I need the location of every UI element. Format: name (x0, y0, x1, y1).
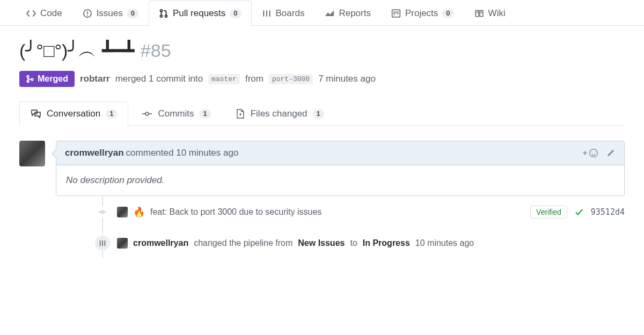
reports-icon (325, 9, 334, 18)
pr-tab-files-count: 1 (313, 109, 324, 119)
pipeline-text-1: changed the pipeline from (194, 238, 292, 248)
svg-point-27 (590, 149, 598, 157)
tab-boards[interactable]: Boards (252, 1, 315, 26)
tab-code-label: Code (40, 8, 62, 19)
projects-icon (391, 9, 401, 18)
boards-icon (262, 9, 272, 18)
comment-box: cromwellryan commented 10 minutes ago No… (56, 141, 625, 196)
timeline-pipeline-row: cromwellryan changed the pipeline from N… (102, 228, 625, 258)
comment-verb: commented (126, 148, 174, 158)
wiki-icon (474, 9, 484, 18)
pr-tabs: Conversation 1 Commits 1 Files changed 1 (19, 101, 625, 126)
comment-header: cromwellryan commented 10 minutes ago (56, 141, 624, 165)
pipeline-marker-icon (94, 235, 111, 252)
pull-request-icon (159, 9, 169, 18)
issue-icon (83, 9, 92, 18)
tab-reports-label: Reports (339, 8, 371, 19)
tab-boards-label: Boards (276, 8, 305, 19)
base-branch[interactable]: master (208, 74, 240, 84)
merge-text-1: merged 1 commit into (115, 74, 203, 84)
commit-message[interactable]: feat: Back to port 3000 due to security … (150, 207, 321, 217)
pipeline-time: 10 minutes ago (415, 238, 474, 248)
timeline-commit-row: 🔥 feat: Back to port 3000 due to securit… (102, 196, 625, 228)
commit-sha[interactable]: 93512d4 (591, 207, 625, 217)
svg-point-19 (31, 78, 33, 81)
repo-tabs: Code Issues 0 Pull requests 0 Boards Rep… (0, 0, 644, 26)
svg-point-5 (165, 15, 167, 17)
tab-code[interactable]: Code (16, 1, 72, 26)
svg-point-4 (160, 15, 162, 17)
comment-author[interactable]: cromwellryan (65, 148, 124, 158)
commits-icon (142, 110, 152, 118)
pr-main: (╯°□°)╯︵ ┻━┻ #85 Merged robtarr merged 1… (0, 26, 644, 264)
svg-point-28 (591, 152, 592, 153)
tab-projects-label: Projects (405, 8, 438, 19)
svg-point-3 (160, 10, 162, 12)
check-icon (575, 208, 583, 216)
tab-pull-requests[interactable]: Pull requests 0 (149, 1, 252, 26)
tab-issues-count: 0 (127, 9, 138, 18)
pr-tab-files[interactable]: Files changed 1 (224, 101, 335, 126)
conversation-icon (31, 109, 41, 119)
svg-point-17 (27, 76, 29, 78)
pr-title-row: (╯°□°)╯︵ ┻━┻ #85 (19, 39, 625, 63)
merge-author[interactable]: robtarr (80, 74, 110, 84)
pr-tab-conversation-count: 1 (106, 109, 117, 119)
pr-tab-files-label: Files changed (251, 108, 308, 119)
tab-wiki-label: Wiki (488, 8, 506, 19)
comment-author-avatar[interactable] (19, 141, 45, 166)
tab-projects-count: 0 (442, 9, 453, 18)
pipeline-author-avatar[interactable] (117, 238, 128, 249)
pr-number: #85 (141, 40, 171, 61)
tab-wiki[interactable]: Wiki (464, 1, 516, 26)
pipeline-text-2: to (350, 238, 357, 248)
commit-marker-icon (97, 207, 108, 217)
code-icon (26, 9, 36, 18)
tab-issues[interactable]: Issues 0 (72, 1, 149, 26)
tab-pull-requests-label: Pull requests (173, 8, 225, 19)
pipeline-from: New Issues (298, 238, 345, 248)
timeline: 🔥 feat: Back to port 3000 due to securit… (56, 196, 625, 258)
pr-tab-commits-label: Commits (158, 108, 194, 119)
fire-emoji: 🔥 (133, 206, 145, 218)
head-branch[interactable]: port-3000 (269, 74, 313, 84)
pr-title: (╯°□°)╯︵ ┻━┻ (19, 39, 134, 63)
tab-projects[interactable]: Projects 0 (381, 1, 464, 26)
svg-point-20 (145, 112, 149, 115)
edit-comment-icon[interactable] (606, 148, 616, 158)
verified-badge[interactable]: Verified (530, 206, 567, 219)
svg-point-2 (87, 15, 88, 16)
state-badge-merged: Merged (19, 71, 75, 87)
svg-point-30 (101, 211, 104, 214)
pr-tab-conversation-label: Conversation (47, 108, 100, 119)
comment-actions (582, 148, 616, 158)
pipeline-author[interactable]: cromwellryan (133, 238, 188, 248)
pr-tab-commits-count: 1 (199, 109, 210, 119)
pr-tab-conversation[interactable]: Conversation 1 (19, 101, 128, 126)
tab-reports[interactable]: Reports (314, 1, 381, 26)
discussion: cromwellryan commented 10 minutes ago No… (19, 141, 625, 196)
tab-pull-requests-count: 0 (230, 9, 241, 18)
svg-point-29 (595, 152, 596, 153)
add-reaction-button[interactable] (582, 148, 598, 158)
state-badge-label: Merged (38, 74, 68, 84)
merge-time: 7 minutes ago (318, 74, 376, 84)
tab-issues-label: Issues (97, 8, 123, 19)
comment-body: No description provided. (56, 165, 624, 195)
pr-meta: Merged robtarr merged 1 commit into mast… (19, 71, 625, 87)
merge-text-from: from (245, 74, 264, 84)
files-icon (236, 108, 245, 119)
commit-author-avatar[interactable] (117, 207, 128, 217)
pr-tab-commits[interactable]: Commits 1 (130, 101, 222, 126)
comment-time[interactable]: 10 minutes ago (176, 148, 238, 158)
pipeline-to: In Progress (363, 238, 410, 248)
svg-point-18 (27, 81, 29, 83)
merge-icon (26, 75, 34, 83)
